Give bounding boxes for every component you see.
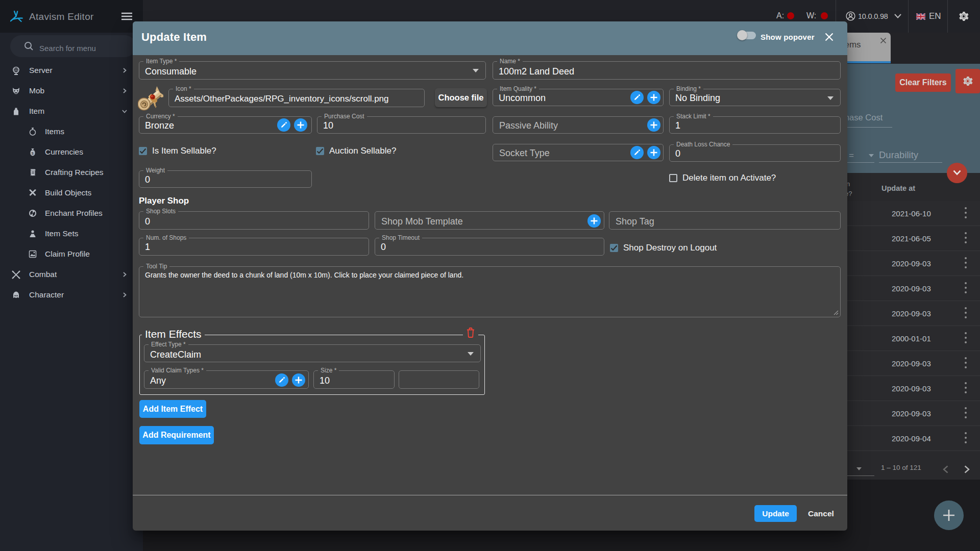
svg-text:$: $ — [31, 151, 34, 156]
